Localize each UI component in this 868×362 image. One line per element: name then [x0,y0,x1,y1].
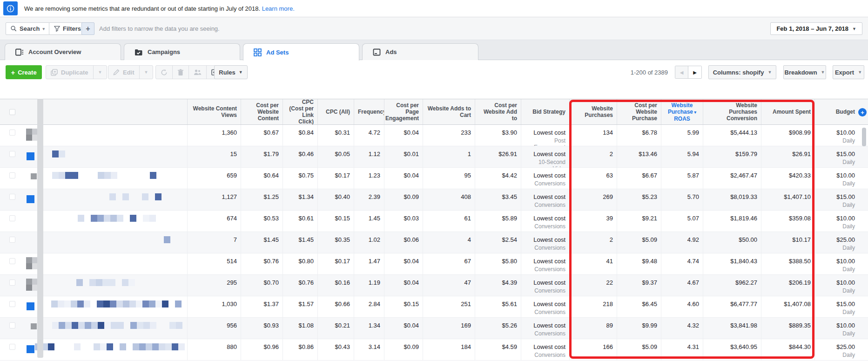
row-gutter [859,189,868,210]
columns-button[interactable]: Columns: shopify ▼ [708,65,776,79]
table-row[interactable]: 1,030$1.37$1.57$0.662.84$0.15251$5.61Low… [0,296,868,318]
row-checkbox[interactable] [9,172,15,178]
redacted-name-block [77,301,84,307]
status-toggle-on[interactable] [27,152,34,160]
select-all-checkbox[interactable] [9,109,15,115]
cell-value: $0.04 [388,258,419,265]
cell-sub-label: Conversions [525,223,565,230]
cell-cpc_link: $0.86 [283,339,317,360]
tab-ad-sets[interactable]: Ad Sets [243,43,359,61]
row-checkbox[interactable] [9,301,15,307]
breakdown-button[interactable]: Breakdown ▼ [783,65,826,79]
column-header-purchases[interactable]: Website Purchases [569,99,617,124]
row-checkbox[interactable] [9,344,15,350]
vertical-scrollbar-thumb[interactable] [862,128,866,146]
table-row[interactable]: 880$0.96$0.86$0.433.14$0.09184$4.59Lowes… [0,339,868,361]
column-header-purchases_conversion[interactable]: Website Purchases Conversion [703,99,761,124]
redacted-name-block [89,279,96,286]
status-toggle-on[interactable] [27,302,34,310]
table-row[interactable]: 1,127$1.25$1.34$0.402.39$0.09408$3.45Low… [0,189,868,211]
edit-button[interactable]: Edit [108,66,140,79]
column-header-cost_per_purchase[interactable]: Cost per Website Purchase [617,99,661,124]
table-row[interactable]: 295$0.70$0.76$0.161.19$0.0447$4.39Lowest… [0,275,868,296]
status-toggle-off[interactable] [31,323,37,329]
cell-value: 1.45 [358,215,380,222]
column-header-cost_per_content[interactable]: Cost per Website Content [241,99,283,124]
row-checkbox[interactable] [9,130,15,136]
cell-cost_per_add: $4.59 [475,339,521,360]
cell-value: 7 [191,236,237,243]
status-toggle-off[interactable] [26,285,32,291]
split-test-button[interactable] [189,66,207,79]
column-header-content_views[interactable]: Website Content Views [187,99,241,124]
column-header-adds_to_cart[interactable]: Website Adds to Cart [423,99,475,124]
refresh-button[interactable] [156,66,173,79]
table-row[interactable]: 15$1.79$0.46$0.051.12$0.011$26.91Lowest … [0,146,868,168]
row-checkbox[interactable] [9,322,15,328]
row-checkbox[interactable] [9,280,15,286]
table-row[interactable]: 514$0.76$0.80$0.171.47$0.0467$5.80Lowest… [0,253,868,275]
date-range-picker[interactable]: Feb 1, 2018 – Jun 7, 2018 ▼ [770,22,862,35]
delete-button[interactable] [173,66,189,79]
filter-placeholder[interactable]: Add filters to narrow the data you are s… [99,25,220,32]
status-toggle-off[interactable] [26,129,32,135]
status-toggle-on[interactable] [27,195,34,203]
people-icon [194,69,202,75]
column-header-cpc_all[interactable]: CPC (All) [317,99,354,124]
table-row[interactable]: 956$0.93$1.08$0.211.34$0.04169$5.26Lowes… [0,318,868,339]
redacted-name-block [110,215,117,222]
cell-content_views: 674 [187,211,241,232]
column-header-frequency[interactable]: Frequency [354,99,384,124]
status-toggle-off[interactable] [31,173,37,179]
add-filter-button[interactable]: + [81,22,94,35]
export-button[interactable]: Export ▼ [833,65,864,79]
duplicate-dropdown[interactable]: ▼ [94,66,107,79]
cell-cost_per_purchase: $5.09 [617,232,661,253]
duplicate-button[interactable]: Duplicate [46,66,94,79]
table-row[interactable]: 7$1.45$1.45$0.351.02$0.064$2.54Lowest co… [0,232,868,253]
edit-dropdown[interactable]: ▼ [140,66,153,79]
cell-value: $1.45 [245,236,279,243]
row-checkbox[interactable] [9,151,15,157]
status-toggle-off[interactable] [26,279,32,285]
tab-campaigns[interactable]: Campaigns [124,43,240,60]
table-row[interactable]: 659$0.64$0.75$0.171.23$0.0495$4.42Lowest… [0,168,868,189]
search-button[interactable]: Search ▾ [6,22,50,35]
status-toggle-off[interactable] [26,257,32,263]
column-header-cost_per_add[interactable]: Cost per Website Add to [475,99,521,124]
column-header-bid_strategy[interactable]: Bid Strategy [521,99,569,124]
row-checkbox[interactable] [9,215,15,221]
tab-account-overview[interactable]: Account Overview [5,43,121,60]
row-checkbox[interactable] [9,237,15,243]
cell-cost_per_content: $0.96 [241,339,283,360]
column-header-cpc_link[interactable]: CPC (Cost per Link Click) [283,99,317,124]
cell-budget: $25.00Daily [814,232,859,253]
cell-cost_per_engagement: $0.04 [384,253,423,274]
row-checkbox[interactable] [9,258,15,264]
prev-page-button[interactable]: ◀ [675,66,688,78]
column-header-cost_per_engagement[interactable]: Cost per Page Engagement [384,99,423,124]
cell-value: 1.19 [358,279,380,286]
cell-value: $6.67 [621,172,657,179]
status-toggle-on[interactable] [27,345,34,353]
cell-value: 956 [191,322,237,329]
learn-more-link[interactable]: Learn more. [262,5,295,12]
cell-sub-label: Daily [819,223,855,230]
column-header-roas[interactable]: WebsitePurchase ▾ROAS [661,99,703,124]
create-button[interactable]: + Create [6,65,42,79]
next-page-button[interactable]: ▶ [688,66,701,78]
cell-value: 1.34 [358,322,380,329]
cell-cpc_all: $0.21 [317,318,354,339]
table-row[interactable]: 1,360$0.67$0.84$0.314.72$0.04233$3.90Low… [0,125,868,146]
status-toggle-off[interactable] [26,263,32,269]
rules-button[interactable]: Rules ▼ [214,65,248,79]
row-checkbox[interactable] [9,194,15,200]
tab-ads[interactable]: Ads [362,43,478,60]
status-toggle-off[interactable] [26,135,32,141]
add-column-icon[interactable]: + [858,108,867,116]
table-row[interactable]: 674$0.53$0.61$0.151.45$0.0361$5.89Lowest… [0,211,868,232]
cell-value: $5,444.13 [707,129,757,136]
cell-sub-label: Daily [819,159,855,165]
column-header-budget[interactable]: Budget [814,99,859,124]
column-header-amount_spent[interactable]: Amount Spent [761,99,814,124]
